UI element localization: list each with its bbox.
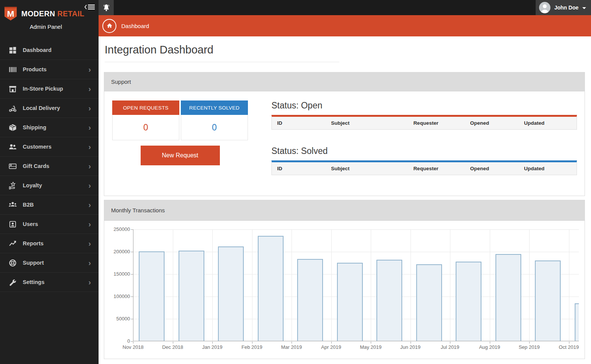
table-header-row: ID Subject Requester Opened Updated (272, 117, 577, 129)
column-header-id: ID (272, 117, 326, 129)
chevron-right-icon: › (88, 66, 91, 73)
brand-name: MODERN RETAIL (21, 9, 84, 18)
y-axis-tick (131, 229, 133, 230)
y-axis-tick-label: 200000 (106, 249, 130, 254)
status-solved-title: Status: Solved (271, 146, 577, 156)
support-panel: Support OPEN REQUESTS 0 RECENTLY SOLVED … (104, 72, 585, 196)
bell-icon (102, 4, 110, 12)
sidebar-item-dashboard[interactable]: Dashboard (0, 41, 99, 60)
sidebar-item-label: Reports (23, 240, 44, 246)
x-axis-tick-label: Aug 2019 (470, 344, 509, 350)
sidebar-item-reports[interactable]: Reports › (0, 234, 99, 253)
chart-bar (337, 263, 363, 341)
x-axis-tick (331, 342, 332, 344)
avatar (539, 2, 550, 13)
status-solved-block: Status: Solved ID Subject Requester Open… (271, 146, 577, 175)
svg-text:M: M (7, 9, 14, 19)
open-requests-count: 0 (112, 115, 179, 140)
sidebar-item-label: Gift Cards (23, 163, 49, 169)
chevron-right-icon: › (88, 124, 91, 131)
home-button[interactable] (102, 19, 116, 33)
package-icon (8, 123, 18, 132)
sidebar-item-local-delivery[interactable]: Local Delivery › (0, 99, 99, 118)
chart-bar (218, 246, 244, 341)
open-requests-stat: OPEN REQUESTS 0 (112, 100, 179, 140)
chevron-right-icon: › (88, 278, 91, 286)
status-open-block: Status: Open ID Subject Requester Opened… (271, 100, 577, 130)
sidebar-item-in-store-pickup[interactable]: In-Store Pickup › (0, 79, 99, 99)
new-request-button[interactable]: New Request (141, 146, 220, 165)
support-panel-body: OPEN REQUESTS 0 RECENTLY SOLVED 0 New Re… (104, 91, 585, 196)
x-axis-tick (529, 342, 530, 344)
page-title: Integration Dashboard (105, 44, 591, 56)
scooter-icon (8, 104, 18, 113)
sidebar-item-b2b[interactable]: B2B › (0, 195, 99, 215)
transactions-panel-header: Monthly Transactions (104, 200, 585, 221)
notifications-button[interactable] (99, 0, 114, 15)
sidebar-item-gift-cards[interactable]: Gift Cards › (0, 157, 99, 176)
chart-bar (258, 236, 284, 341)
y-axis-tick-label: 0 (106, 338, 130, 344)
x-axis-tick-label: Apr 2019 (312, 344, 351, 350)
gift-card-icon (8, 162, 18, 171)
monthly-transactions-chart: 050000100000150000200000250000Nov 2018De… (104, 221, 585, 359)
breadcrumb-bar: Dashboard (99, 15, 591, 36)
sidebar-item-loyalty[interactable]: Loyalty › (0, 176, 99, 195)
column-header-requester: Requester (408, 117, 465, 129)
column-header-requester: Requester (408, 162, 465, 175)
brand-name-primary: MODERN (21, 9, 55, 18)
x-axis-tick-label: Nov 2018 (113, 344, 153, 350)
sidebar-item-label: B2B (23, 202, 34, 208)
x-axis-tick (569, 342, 569, 344)
customers-icon (8, 143, 18, 151)
chevron-right-icon: › (88, 143, 91, 151)
chart-bars-layer (133, 229, 579, 341)
x-axis-tick-label: Mar 2019 (272, 344, 311, 350)
x-axis-tick (450, 342, 450, 344)
recently-solved-tab[interactable]: RECENTLY SOLVED (181, 100, 248, 115)
wrench-icon (8, 278, 18, 287)
dashboard-icon (8, 46, 18, 55)
chart-bar (535, 260, 561, 341)
y-axis-tick (131, 319, 133, 319)
x-axis-tick (371, 342, 371, 344)
status-open-title: Status: Open (271, 100, 577, 111)
brand-name-accent: RETAIL (57, 9, 84, 18)
open-requests-tab[interactable]: OPEN REQUESTS (112, 100, 179, 115)
y-axis-tick (131, 297, 133, 297)
chart-bar (575, 303, 579, 341)
user-menu[interactable]: John Doe (536, 0, 591, 15)
x-axis-tick (490, 342, 490, 344)
sidebar-item-label: Shipping (23, 124, 46, 130)
y-axis-tick-label: 50000 (106, 316, 130, 322)
chevron-right-icon: › (88, 104, 91, 112)
support-panel-header: Support (104, 72, 585, 91)
y-axis-tick (131, 252, 133, 252)
transactions-chart-body: 050000100000150000200000250000Nov 2018De… (104, 221, 585, 359)
x-axis-tick-label: Jan 2019 (193, 344, 232, 350)
sidebar-collapse-toggle[interactable] (84, 4, 96, 10)
home-icon (105, 22, 114, 30)
sidebar-item-settings[interactable]: Settings › (0, 273, 99, 292)
x-axis-tick (133, 342, 133, 344)
sidebar-item-users[interactable]: Users › (0, 215, 99, 234)
chart-bar (376, 260, 402, 341)
breadcrumb-current[interactable]: Dashboard (121, 23, 149, 29)
sidebar-item-label: Dashboard (23, 47, 52, 53)
chart-bar (495, 254, 521, 341)
x-axis-tick (252, 342, 252, 344)
x-axis-tick (212, 342, 213, 344)
y-axis-tick-label: 250000 (106, 226, 130, 232)
chart-plot-area (133, 229, 579, 341)
column-header-opened: Opened (465, 162, 519, 175)
sidebar-item-label: Settings (23, 279, 44, 285)
sidebar-item-label: Loyalty (23, 182, 42, 188)
chevron-right-icon: › (88, 240, 91, 247)
sidebar-item-products[interactable]: Products › (0, 60, 99, 79)
trend-up-icon (8, 239, 18, 248)
sidebar-item-customers[interactable]: Customers › (0, 137, 99, 157)
y-axis-tick-label: 150000 (106, 271, 130, 277)
sidebar-item-shipping[interactable]: Shipping › (0, 118, 99, 137)
sidebar-item-support[interactable]: Support › (0, 253, 99, 273)
user-name: John Doe (554, 5, 578, 11)
